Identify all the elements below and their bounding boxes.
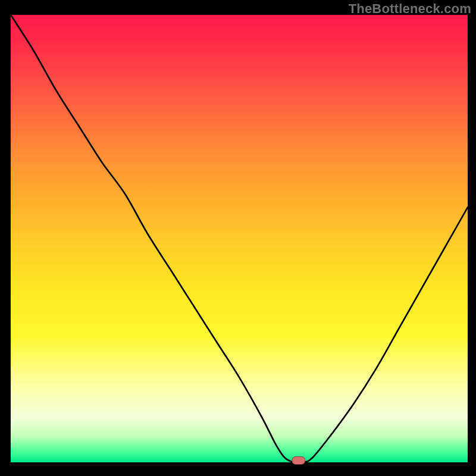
chart-frame: TheBottleneck.com (0, 0, 476, 476)
bottleneck-curve (11, 15, 468, 462)
optimum-marker (292, 457, 305, 465)
plot-area (11, 15, 468, 462)
